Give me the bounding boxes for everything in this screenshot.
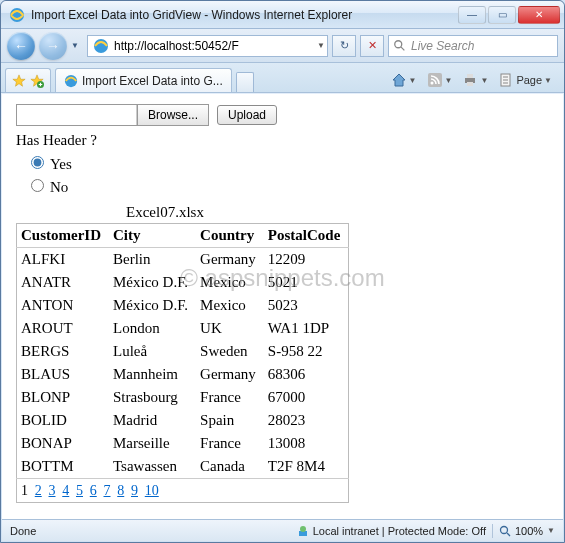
cell: Mannheim	[109, 363, 196, 386]
zoom-control[interactable]: 100% ▼	[499, 525, 555, 537]
cell: WA1 1DP	[264, 317, 349, 340]
file-input[interactable]: Browse...	[16, 104, 209, 126]
cell: T2F 8M4	[264, 455, 349, 479]
back-button[interactable]: ←	[7, 32, 35, 60]
browser-window: Import Excel Data into GridView - Window…	[0, 0, 565, 543]
svg-marker-4	[13, 74, 25, 85]
maximize-button[interactable]: ▭	[488, 6, 516, 24]
tab-row: Import Excel Data into G... ▼ ▼ ▼ Page▼	[1, 63, 564, 93]
browse-button[interactable]: Browse...	[137, 105, 208, 125]
zoom-icon	[499, 525, 511, 537]
zone-icon	[297, 525, 309, 537]
cell: London	[109, 317, 196, 340]
page-content: Browse... Upload Has Header ? Yes No Exc…	[2, 94, 563, 519]
add-favorite-icon	[30, 74, 44, 88]
cell: BOLID	[17, 409, 110, 432]
cell: UK	[196, 317, 264, 340]
minimize-button[interactable]: —	[458, 6, 486, 24]
cell: ANATR	[17, 271, 110, 294]
command-bar: ▼ ▼ ▼ Page▼	[383, 68, 560, 92]
cell: Canada	[196, 455, 264, 479]
search-box[interactable]: Live Search	[388, 35, 558, 57]
cell: Madrid	[109, 409, 196, 432]
cell: France	[196, 432, 264, 455]
cell: Germany	[196, 363, 264, 386]
cell: S-958 22	[264, 340, 349, 363]
column-header: CustomerID	[17, 224, 110, 248]
upload-button[interactable]: Upload	[217, 105, 277, 125]
page-menu-button[interactable]: Page▼	[494, 69, 556, 91]
new-tab-button[interactable]	[236, 72, 254, 92]
svg-point-19	[500, 526, 507, 533]
cell: Luleå	[109, 340, 196, 363]
cell: 28023	[264, 409, 349, 432]
pager-link[interactable]: 9	[131, 483, 138, 498]
column-header: Country	[196, 224, 264, 248]
security-zone[interactable]: Local intranet | Protected Mode: Off	[297, 525, 486, 537]
table-row: BOTTMTsawassenCanadaT2F 8M4	[17, 455, 349, 479]
pager-link[interactable]: 3	[49, 483, 56, 498]
search-icon	[393, 39, 407, 53]
favorites-group[interactable]	[5, 68, 51, 92]
radio-yes[interactable]: Yes	[26, 153, 549, 173]
address-dropdown-icon[interactable]: ▼	[317, 41, 325, 50]
cell: BERGS	[17, 340, 110, 363]
address-bar[interactable]: ▼	[87, 35, 328, 57]
url-input[interactable]	[112, 37, 317, 55]
pager-link[interactable]: 8	[117, 483, 124, 498]
cell: 13008	[264, 432, 349, 455]
data-grid: CustomerIDCityCountryPostalCode ALFKIBer…	[16, 223, 349, 503]
svg-point-18	[300, 526, 306, 532]
column-header: City	[109, 224, 196, 248]
cell: ANTON	[17, 294, 110, 317]
table-row: ANATRMéxico D.F.Mexico5021	[17, 271, 349, 294]
grid-caption: Excel07.xlsx	[126, 204, 549, 221]
pager-link[interactable]: 1	[21, 483, 28, 498]
svg-point-2	[395, 40, 402, 47]
radio-no[interactable]: No	[26, 176, 549, 196]
table-row: BLONPStrasbourgFrance67000	[17, 386, 349, 409]
svg-point-9	[430, 82, 433, 85]
column-header: PostalCode	[264, 224, 349, 248]
cell: BOTTM	[17, 455, 110, 479]
pager-link[interactable]: 6	[90, 483, 97, 498]
cell: ALFKI	[17, 248, 110, 272]
status-bar: Done Local intranet | Protected Mode: Of…	[2, 519, 563, 541]
pager-link[interactable]: 7	[104, 483, 111, 498]
tab-page-icon	[64, 74, 78, 88]
home-button[interactable]: ▼	[387, 69, 421, 91]
cell: France	[196, 386, 264, 409]
refresh-button[interactable]: ↻	[332, 35, 356, 57]
svg-line-3	[401, 46, 405, 50]
print-button[interactable]: ▼	[458, 69, 492, 91]
feeds-button[interactable]: ▼	[423, 69, 457, 91]
search-placeholder: Live Search	[411, 39, 474, 53]
cell: Strasbourg	[109, 386, 196, 409]
pager-link[interactable]: 4	[62, 483, 69, 498]
cell: 67000	[264, 386, 349, 409]
page-menu-label: Page	[516, 74, 542, 86]
zoom-dropdown-icon[interactable]: ▼	[547, 526, 555, 535]
tab-active[interactable]: Import Excel Data into G...	[55, 68, 232, 92]
stop-button[interactable]: ✕	[360, 35, 384, 57]
table-row: BOLIDMadridSpain28023	[17, 409, 349, 432]
cell: 5021	[264, 271, 349, 294]
pager-link[interactable]: 10	[145, 483, 159, 498]
window-title: Import Excel Data into GridView - Window…	[31, 8, 458, 22]
cell: Berlin	[109, 248, 196, 272]
recent-pages-dropdown[interactable]: ▼	[71, 41, 83, 50]
cell: BLONP	[17, 386, 110, 409]
table-row: ANTONMéxico D.F.Mexico5023	[17, 294, 349, 317]
table-row: BERGSLuleåSwedenS-958 22	[17, 340, 349, 363]
pager-link[interactable]: 5	[76, 483, 83, 498]
has-header-label: Has Header ?	[16, 132, 549, 149]
table-row: BLAUSMannheimGermany68306	[17, 363, 349, 386]
pager-link[interactable]: 2	[35, 483, 42, 498]
cell: Spain	[196, 409, 264, 432]
cell: BLAUS	[17, 363, 110, 386]
cell: Sweden	[196, 340, 264, 363]
close-button[interactable]: ✕	[518, 6, 560, 24]
forward-button[interactable]: →	[39, 32, 67, 60]
cell: 12209	[264, 248, 349, 272]
tab-label: Import Excel Data into G...	[82, 74, 223, 88]
